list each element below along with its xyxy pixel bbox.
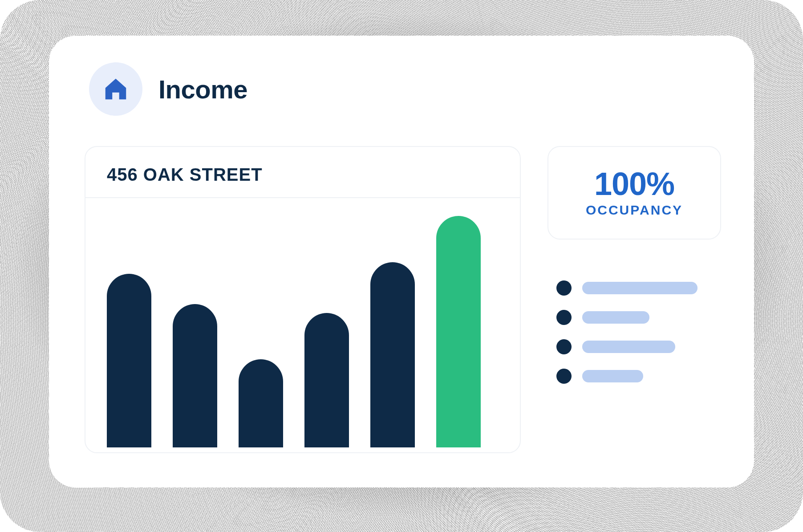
- chart-bars: [107, 216, 499, 447]
- bar-5: [370, 262, 415, 447]
- list-row-3: [556, 339, 717, 354]
- bullet-icon: [556, 310, 572, 325]
- placeholder-line: [582, 311, 649, 324]
- chart-title: 456 OAK STREET: [107, 165, 499, 185]
- home-icon: [102, 75, 130, 103]
- bullet-icon: [556, 280, 572, 296]
- bar-4: [304, 313, 349, 447]
- dashboard-card: Income 456 OAK STREET 100% OCCUPANCY: [49, 36, 754, 487]
- occupancy-value: 100%: [594, 168, 674, 200]
- chart-body: [85, 198, 520, 447]
- bar-2: [173, 304, 217, 447]
- bullet-icon: [556, 369, 572, 384]
- bar-1: [107, 274, 151, 447]
- list-row-2: [556, 310, 717, 325]
- bar-3: [239, 359, 283, 447]
- home-icon-circle: [89, 62, 142, 116]
- header: Income: [89, 62, 247, 116]
- income-chart-card: 456 OAK STREET: [85, 146, 521, 453]
- placeholder-line: [582, 282, 698, 294]
- bar-6: [436, 216, 481, 447]
- list-row-4: [556, 369, 717, 384]
- page-title: Income: [158, 74, 247, 104]
- placeholder-line: [582, 341, 675, 353]
- list-placeholder: [556, 280, 717, 384]
- placeholder-line: [582, 370, 643, 382]
- bullet-icon: [556, 339, 572, 354]
- list-row-1: [556, 280, 717, 296]
- occupancy-label: OCCUPANCY: [586, 203, 683, 218]
- occupancy-card: 100% OCCUPANCY: [548, 146, 721, 240]
- chart-header: 456 OAK STREET: [85, 147, 520, 198]
